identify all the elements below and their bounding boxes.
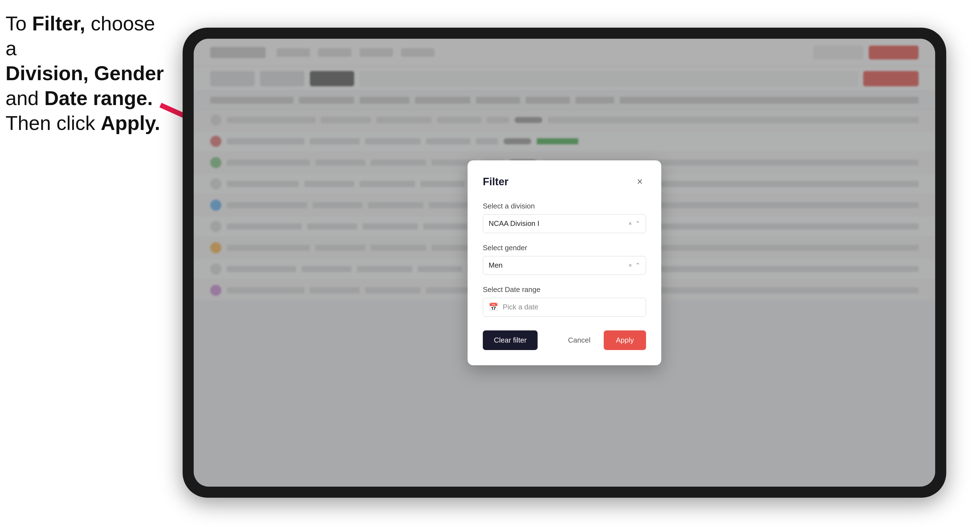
gender-form-group: Select gender Men × ⌃ [483,244,646,275]
clear-gender-icon[interactable]: × [628,262,632,269]
date-label: Select Date range [483,285,646,294]
division-select[interactable]: NCAA Division I × ⌃ [483,214,646,233]
modal-header: Filter × [483,176,646,188]
instruction-line1: To Filter, choose a [6,13,155,59]
modal-title: Filter [483,176,509,188]
instruction-line2: and Date range. [6,87,153,109]
instruction-line3: Then click Apply. [6,112,160,134]
clear-filter-button[interactable]: Clear filter [483,330,538,350]
apply-button[interactable]: Apply [604,330,646,350]
tablet-screen: Filter × Select a division NCAA Division… [194,39,935,487]
modal-footer: Clear filter Cancel Apply [483,330,646,350]
chevron-gender-icon: ⌃ [635,262,640,269]
clear-division-icon[interactable]: × [628,220,632,227]
calendar-icon: 📅 [488,303,498,312]
tablet-frame: Filter × Select a division NCAA Division… [183,28,946,498]
date-form-group: Select Date range 📅 Pick a date [483,285,646,317]
division-label: Select a division [483,202,646,210]
gender-label: Select gender [483,244,646,252]
gender-selected-value: Men [488,261,628,270]
filter-modal: Filter × Select a division NCAA Division… [468,160,661,365]
gender-select-icons: × ⌃ [628,262,640,269]
date-range-input[interactable]: 📅 Pick a date [483,298,646,317]
instruction-bold-line: Division, Gender [6,62,164,84]
gender-select[interactable]: Men × ⌃ [483,256,646,275]
date-placeholder: Pick a date [503,303,538,311]
modal-overlay: Filter × Select a division NCAA Division… [194,39,935,487]
cancel-button[interactable]: Cancel [562,330,597,350]
chevron-division-icon: ⌃ [635,220,640,227]
division-select-icons: × ⌃ [628,220,640,227]
footer-right-buttons: Cancel Apply [562,330,646,350]
division-form-group: Select a division NCAA Division I × ⌃ [483,202,646,233]
instruction-text: To Filter, choose a Division, Gender and… [6,11,166,135]
division-selected-value: NCAA Division I [488,219,628,228]
modal-close-button[interactable]: × [633,176,646,188]
